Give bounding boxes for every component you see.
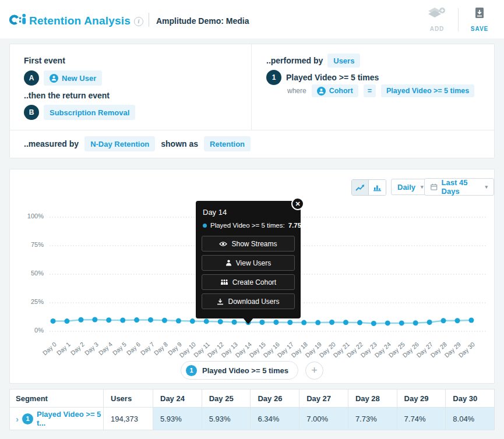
show-streams-button[interactable]: Show Streams [202,236,295,252]
y-axis-label: 0% [17,327,44,334]
tooltip-close-button[interactable]: ✕ [291,197,304,210]
data-point-day-30[interactable] [468,318,474,323]
plus-icon: + [311,364,318,377]
show-streams-label: Show Streams [231,240,277,248]
add-button[interactable]: ADD [422,7,452,32]
where-property-chip[interactable]: Cohort [312,84,358,97]
data-point-day-29[interactable] [455,318,460,323]
caret-down-icon: ▾ [485,184,488,190]
data-point-day-15[interactable] [259,320,265,325]
performed-by-chip[interactable]: Users [327,54,360,68]
line-chart-icon [355,184,365,192]
data-point-day-8[interactable] [162,318,167,323]
info-icon[interactable]: i [134,17,143,26]
data-point-day-6[interactable] [134,317,139,323]
table-header-segment: Segment [10,390,104,407]
data-point-day-19[interactable] [315,320,320,325]
definition-horizontal-divider [10,130,494,130]
retention-value-cell: 7.74% [397,408,446,430]
date-range-dropdown[interactable]: Last 45 Days ▾ [424,178,494,196]
legend-row: 1 Played Video >= 5 times + [10,360,494,380]
data-point-day-11[interactable] [204,318,209,324]
page-title: Retention Analysis [29,15,131,27]
caret-down-icon: ▾ [421,184,424,190]
shown-as-chip[interactable]: Retention [204,136,251,151]
retention-value-cell: 5.93% [202,408,251,430]
where-value: Played Video >= 5 times [386,87,469,95]
event-badge-b: B [24,105,39,120]
data-point-day-20[interactable] [329,320,334,325]
data-point-day-10[interactable] [190,318,195,324]
table-header-day-26: Day 26 [251,390,299,407]
create-cohort-button[interactable]: Create Cohort [202,274,295,290]
first-event-chip[interactable]: New User [44,70,102,86]
segment-cell[interactable]: › 1 Played Video >= 5 t... [10,408,104,430]
retention-value-cell: 7.73% [348,408,397,430]
create-cohort-label: Create Cohort [232,278,276,286]
user-circle-icon [50,74,58,83]
cohort-circle-icon [317,87,326,95]
data-point-day-16[interactable] [273,320,279,325]
tooltip-title: Day 14 [203,208,295,217]
measured-by-label: ..measured by [24,139,79,148]
add-series-button[interactable]: + [305,362,323,380]
retention-value-cell: 5.93% [153,408,202,430]
data-point-day-18[interactable] [301,320,306,325]
bar-chart-icon [373,184,382,192]
table-header-users: Users [104,390,153,407]
legend-series-label: Played Video >= 5 times [202,366,288,375]
tooltip-series-label: Played Video >= 5 times: [210,222,285,229]
retention-table: Segment Users Day 24Day 25Day 26Day 27Da… [9,389,495,430]
bar-chart-toggle-button[interactable] [369,180,386,195]
chart-type-toggle [351,179,386,196]
line-chart-toggle-button[interactable] [352,180,369,195]
definition-vertical-divider [251,44,252,130]
data-point-day-26[interactable] [413,320,418,325]
data-point-day-25[interactable] [399,320,404,325]
data-point-day-23[interactable] [371,321,376,326]
where-operator-chip[interactable]: = [364,84,376,97]
data-point-day-7[interactable] [148,317,153,323]
event-badge-a: A [24,70,39,86]
data-point-day-2[interactable] [78,317,83,323]
table-header-day-27: Day 27 [299,390,348,407]
return-event-chip[interactable]: Subscription Removal [44,105,135,120]
data-point-day-12[interactable] [218,319,223,324]
table-header-row: Segment Users Day 24Day 25Day 26Day 27Da… [10,390,494,408]
retention-value-cell: 7.00% [299,408,348,430]
table-header-day-29: Day 29 [397,390,446,407]
download-users-button[interactable]: Download Users [202,293,295,309]
layers-add-icon [427,7,447,20]
calendar-icon [431,183,438,191]
data-point-day-17[interactable] [287,320,292,325]
return-event-value: Subscription Removal [50,108,129,117]
chart-tooltip: Day 14 Played Video >= 5 times: 7.75% Sh… [196,201,301,318]
y-axis-label: 50% [17,270,44,277]
data-point-day-5[interactable] [120,318,125,323]
data-point-day-24[interactable] [385,320,390,325]
data-point-day-28[interactable] [441,318,446,323]
first-event-value: New User [62,74,96,83]
expand-chevron-icon[interactable]: › [16,415,19,423]
table-row[interactable]: › 1 Played Video >= 5 t... 194,373 5.93%… [10,408,494,430]
data-point-day-27[interactable] [427,320,432,325]
data-point-day-9[interactable] [176,318,181,324]
view-users-button[interactable]: View Users [202,255,295,271]
row-segment-name: Played Video >= 5 t... [37,410,103,427]
download-users-label: Download Users [228,298,279,306]
data-point-day-4[interactable] [106,317,111,323]
data-point-day-22[interactable] [357,320,362,325]
retention-analysis-page: Retention Analysis i Amplitude Demo: Med… [0,0,504,439]
table-header-day-28: Day 28 [348,390,397,407]
download-icon [217,298,224,305]
data-point-day-0[interactable] [51,318,56,324]
data-point-day-21[interactable] [343,320,348,325]
where-value-chip[interactable]: Played Video >= 5 times [381,84,474,97]
measured-by-chip[interactable]: N-Day Retention [84,136,155,151]
legend-series-pill[interactable]: 1 Played Video >= 5 times [181,361,298,380]
data-point-day-3[interactable] [92,317,97,323]
data-point-day-13[interactable] [232,320,237,325]
save-button[interactable]: SAVE [464,7,495,32]
data-point-day-1[interactable] [64,318,69,324]
save-label: SAVE [464,26,495,32]
